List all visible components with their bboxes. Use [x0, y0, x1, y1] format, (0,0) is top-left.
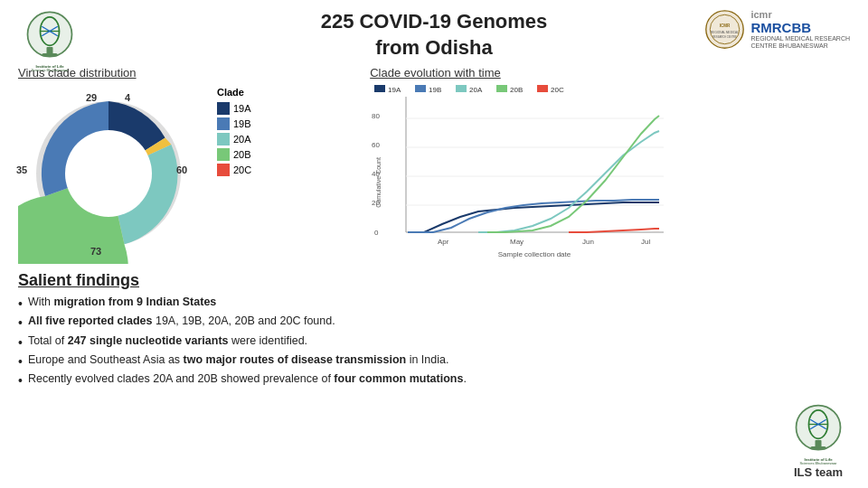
finding-2: All five reported clades 19A, 19B, 20A, …	[18, 314, 850, 331]
salient-title: Salient findings	[18, 271, 850, 290]
icmr-logo-icon: ICMR REGIONAL MEDICAL RESEARCH CENTRE	[704, 9, 745, 50]
svg-text:Sample collection date: Sample collection date	[498, 250, 571, 258]
header-title: 225 COVID-19 Genomes from Odisha	[321, 9, 548, 61]
svg-text:May: May	[510, 238, 524, 246]
svg-text:REGIONAL MEDICAL: REGIONAL MEDICAL	[711, 31, 739, 34]
legend-label-19a: 19A	[233, 103, 251, 114]
svg-text:RESEARCH CENTRE: RESEARCH CENTRE	[713, 35, 738, 39]
svg-text:19A: 19A	[388, 86, 401, 94]
legend-item-20a: 20A	[217, 133, 251, 145]
svg-text:60: 60	[372, 141, 380, 149]
header: Institute of Life Sciences Bhubaneswar 2…	[18, 9, 850, 61]
legend-item-19b: 19B	[217, 117, 251, 130]
svg-text:Cumulative Count: Cumulative Count	[375, 157, 382, 208]
donut-label-29: 29	[86, 92, 97, 103]
svg-text:Apr: Apr	[438, 238, 449, 246]
header-logos-right: ICMR REGIONAL MEDICAL RESEARCH CENTRE ic…	[704, 9, 850, 51]
legend-title: Clade	[217, 87, 251, 98]
legend-label-20b: 20B	[233, 149, 251, 160]
charts-inner: 29 4 60 73 35 Clade 19A 19B	[18, 83, 361, 264]
donut-label-35: 35	[16, 164, 27, 175]
line-chart-svg: 19A 19B 20A 20B 20C 0 20 40 60	[370, 83, 677, 259]
svg-text:20B: 20B	[510, 86, 523, 94]
line-20b	[487, 116, 659, 232]
salient-section: Salient findings With migration from 9 I…	[18, 271, 850, 389]
legend-item-20b: 20B	[217, 148, 251, 161]
svg-text:0: 0	[374, 229, 379, 237]
svg-text:ICMR: ICMR	[720, 23, 731, 28]
donut-svg	[18, 83, 199, 264]
clade-evolution-section: Clade evolution with time 19A 19B 20A 20…	[370, 66, 850, 264]
finding-1-text: With migration from 9 Indian States	[28, 296, 216, 308]
svg-rect-17	[415, 85, 426, 92]
legend-label-20c: 20C	[233, 164, 251, 175]
ils-team-label: ILS team	[794, 465, 843, 479]
donut-label-60: 60	[176, 164, 187, 175]
finding-2-text: All five reported clades 19A, 19B, 20A, …	[28, 314, 335, 327]
svg-point-9	[706, 11, 743, 48]
legend-item-20c: 20C	[217, 164, 251, 176]
legend-color-19b	[217, 117, 230, 130]
line-chart: 19A 19B 20A 20B 20C 0 20 40 60	[370, 83, 659, 264]
svg-text:Jul: Jul	[641, 238, 650, 246]
line-19a	[408, 202, 659, 232]
donut-chart: 29 4 60 73 35	[18, 83, 199, 264]
main-title: 225 COVID-19 Genomes from Odisha	[321, 9, 548, 61]
ils-logo-icon: Institute of Life Sciences Bhubaneswar	[18, 9, 81, 72]
svg-text:20A: 20A	[469, 86, 483, 94]
finding-5: Recently evolved clades 20A and 20B show…	[18, 372, 850, 389]
legend-color-20c	[217, 164, 230, 176]
svg-rect-21	[496, 85, 507, 92]
svg-text:20C: 20C	[551, 86, 564, 94]
line-19b	[408, 200, 659, 232]
bottom-right-section: Institute of Life Sciences Bhubaneswar I…	[787, 402, 850, 479]
svg-rect-23	[537, 85, 548, 92]
svg-rect-15	[374, 85, 385, 92]
donut-hole	[65, 130, 152, 217]
line-20c	[569, 229, 659, 232]
legend-color-19a	[217, 102, 230, 115]
svg-text:19B: 19B	[429, 86, 441, 94]
legend-color-20b	[217, 148, 230, 161]
rmrcbb-label: icmr RMRCBB REGIONAL MEDICAL RESEARCHCEN…	[750, 9, 850, 51]
clade-legend: Clade 19A 19B 20A 20B	[217, 87, 251, 264]
donut-label-4: 4	[125, 92, 130, 103]
clade-evolution-title: Clade evolution with time	[370, 66, 850, 80]
virus-clade-section: Virus clade distribution	[18, 66, 361, 264]
legend-item-19a: 19A	[217, 102, 251, 115]
svg-text:Sciences Bhubaneswar: Sciences Bhubaneswar	[32, 68, 70, 72]
svg-rect-6	[47, 47, 53, 55]
finding-4: Europe and Southeast Asia as two major r…	[18, 353, 850, 370]
ils-bottom-logo-icon: Institute of Life Sciences Bhubaneswar	[787, 402, 850, 465]
legend-label-20a: 20A	[233, 134, 251, 145]
finding-1: With migration from 9 Indian States	[18, 296, 850, 312]
svg-rect-48	[816, 440, 822, 448]
findings-list: With migration from 9 Indian States All …	[18, 296, 850, 389]
svg-rect-19	[456, 85, 467, 92]
svg-text:80: 80	[372, 112, 380, 120]
page: Institute of Life Sciences Bhubaneswar 2…	[0, 0, 868, 488]
svg-text:Jun: Jun	[582, 238, 594, 246]
legend-label-19b: 19B	[233, 118, 251, 129]
legend-color-20a	[217, 133, 230, 145]
finding-5-text: Recently evolved clades 20A and 20B show…	[28, 372, 467, 385]
finding-3: Total of 247 single nucleotide variants …	[18, 334, 850, 351]
header-logos-left: Institute of Life Sciences Bhubaneswar	[18, 9, 81, 72]
donut-label-73: 73	[90, 246, 101, 257]
finding-4-text: Europe and Southeast Asia as two major r…	[28, 353, 449, 366]
finding-3-text: Total of 247 single nucleotide variants …	[28, 334, 307, 347]
charts-row: Virus clade distribution	[18, 66, 850, 264]
